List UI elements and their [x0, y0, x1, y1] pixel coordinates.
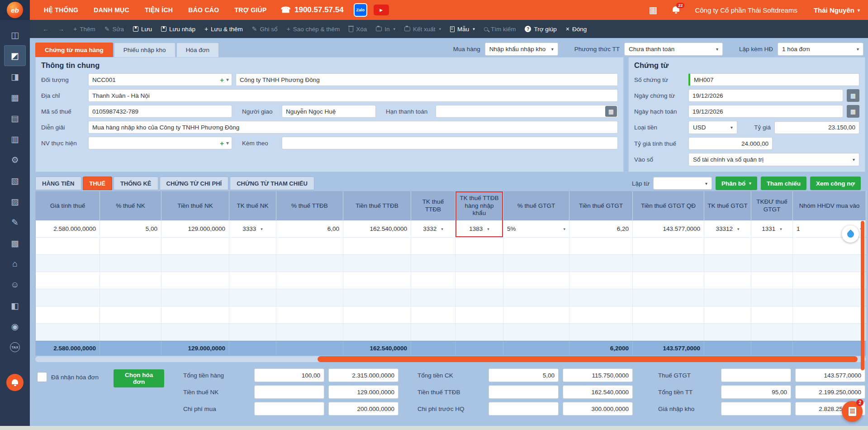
- user-menu[interactable]: Thái Nguyên ▾: [814, 6, 860, 14]
- grid-tab-5[interactable]: CHỨNG TỪ THAM CHIẾU: [230, 177, 314, 190]
- grid-cell-2[interactable]: [100, 289, 161, 306]
- grid-tab-1[interactable]: HÀNG TIỀN: [35, 177, 81, 190]
- toolbar-ket-xuat-button[interactable]: Kết xuất▾: [404, 26, 441, 33]
- grid-cell-13[interactable]: [751, 255, 793, 272]
- doc-tab-3[interactable]: Hóa đơn: [176, 43, 219, 57]
- chevron-down-icon[interactable]: ▾: [737, 227, 740, 231]
- address-input[interactable]: [88, 89, 618, 102]
- menu-item-2[interactable]: DANH MỤC: [86, 0, 137, 20]
- book-select[interactable]: Sổ tài chính và sổ quản trị ▾: [688, 153, 859, 166]
- grid-cell-10[interactable]: [569, 255, 633, 272]
- grid-cell-5[interactable]: [276, 324, 343, 340]
- attachment-input[interactable]: [282, 137, 618, 149]
- purchase-type-select[interactable]: Nhập khẩu nhập kho ▾: [485, 43, 558, 56]
- support-chat-button[interactable]: 2: [842, 401, 863, 422]
- chevron-down-icon[interactable]: ▾: [441, 227, 443, 231]
- grid-cell-11[interactable]: [633, 289, 704, 306]
- grid-cell-13[interactable]: [751, 324, 793, 340]
- toolbar-sua-button[interactable]: ✎Sửa: [104, 25, 124, 33]
- toolbar-them-button[interactable]: +Thêm: [73, 25, 95, 33]
- grid-cell-12[interactable]: 33312▾: [704, 220, 751, 237]
- grid-cell-9[interactable]: 5%▾: [503, 220, 569, 237]
- summary-input-amount[interactable]: [795, 368, 865, 382]
- grid-cell-9[interactable]: [503, 255, 569, 272]
- grid-cell-10[interactable]: [569, 324, 633, 340]
- sidebar-item-organization-icon[interactable]: ▦: [4, 87, 26, 108]
- summary-input-amount[interactable]: [563, 402, 633, 416]
- grid-cell-7[interactable]: [411, 272, 455, 289]
- sidebar-item-report-icon[interactable]: ▥: [4, 129, 26, 149]
- grid-cell-1[interactable]: [36, 289, 100, 306]
- grid-cell-13[interactable]: [751, 238, 793, 254]
- toolbar-back-button[interactable]: ←: [43, 25, 49, 33]
- menu-item-5[interactable]: TRỢ GIÚP: [227, 0, 274, 20]
- add-partner-icon[interactable]: +: [220, 76, 224, 84]
- grid-cell-12[interactable]: [704, 272, 751, 289]
- sidebar-item-document-icon[interactable]: ▤: [4, 108, 26, 129]
- grid-tab-2[interactable]: THUẾ: [83, 177, 112, 190]
- chevron-down-icon[interactable]: ▾: [261, 227, 263, 231]
- grid-cell-2[interactable]: [100, 324, 161, 340]
- invoice-received-checkbox[interactable]: [37, 372, 47, 382]
- grid-cell-10[interactable]: [569, 289, 633, 306]
- toolbar-mau-button[interactable]: Mẫu▾: [450, 26, 475, 33]
- grid-cell-7[interactable]: 3332▾: [411, 220, 455, 237]
- sidebar-item-bank-icon[interactable]: ◫: [4, 24, 26, 45]
- toolbar-luu-button[interactable]: Lưu: [133, 26, 152, 33]
- summary-input-qty[interactable]: [721, 402, 791, 416]
- grid-cell-1[interactable]: [36, 255, 100, 272]
- summary-input-amount[interactable]: [328, 385, 398, 399]
- menu-item-4[interactable]: BÁO CÁO: [180, 0, 227, 20]
- grid-cell-7[interactable]: [411, 255, 455, 272]
- grid-cell-12[interactable]: [704, 289, 751, 306]
- grid-cell-4[interactable]: [229, 306, 276, 323]
- grid-action-2-button[interactable]: Tham chiếu: [761, 177, 806, 190]
- grid-cell-3[interactable]: [161, 324, 229, 340]
- chevron-down-icon[interactable]: ▾: [226, 140, 229, 146]
- grid-action-1-button[interactable]: Phân bổ▾: [716, 177, 757, 190]
- grid-cell-6[interactable]: [343, 272, 411, 289]
- toolbar-forward-button[interactable]: →: [58, 25, 64, 33]
- grid-tab-3[interactable]: THỐNG KÊ: [114, 177, 158, 190]
- grid-tab-4[interactable]: CHỨNG TỪ CHI PHÍ: [160, 177, 229, 190]
- youtube-icon[interactable]: ►: [374, 5, 389, 15]
- grid-cell-1[interactable]: [36, 306, 100, 323]
- grid-cell-4[interactable]: [229, 324, 276, 340]
- summary-input-qty[interactable]: [721, 368, 791, 382]
- grid-cell-11[interactable]: [633, 255, 704, 272]
- grid-cell-7[interactable]: [411, 306, 455, 323]
- zalo-icon[interactable]: Zalo: [354, 3, 367, 17]
- grid-cell-11[interactable]: [633, 306, 704, 323]
- grid-cell-9[interactable]: [503, 289, 569, 306]
- grid-cell-10[interactable]: [569, 238, 633, 254]
- posting-date-input[interactable]: [688, 105, 843, 118]
- grid-cell-6[interactable]: [343, 238, 411, 254]
- toolbar-sao-chep-va-them-button[interactable]: +Sao chép & thêm: [286, 25, 340, 33]
- toolbar-xoa-button[interactable]: Xóa: [349, 26, 367, 33]
- grid-cell-10[interactable]: [569, 272, 633, 289]
- tax-exchange-rate-input[interactable]: [688, 137, 773, 150]
- doc-number-input[interactable]: [688, 73, 859, 86]
- grid-cell-2[interactable]: [100, 272, 161, 289]
- grid-cell-9[interactable]: [503, 238, 569, 254]
- grid-cell-8[interactable]: [455, 238, 503, 254]
- grid-cell-7[interactable]: [411, 324, 455, 340]
- sidebar-item-goods-icon[interactable]: ◧: [4, 295, 26, 316]
- grid-cell-4[interactable]: 3333▾: [229, 220, 276, 237]
- summary-input-amount[interactable]: [563, 368, 633, 382]
- exchange-rate-input[interactable]: [774, 121, 859, 134]
- summary-input-qty[interactable]: [254, 368, 324, 382]
- choose-invoice-button[interactable]: Chọn hóa đơn: [114, 369, 164, 387]
- grid-cell-11[interactable]: [633, 324, 704, 340]
- grid-cell-6[interactable]: [343, 324, 411, 340]
- grid-cell-8[interactable]: [455, 255, 503, 272]
- grid-cell-5[interactable]: [276, 238, 343, 254]
- grid-cell-8[interactable]: [455, 272, 503, 289]
- summary-input-qty[interactable]: [254, 385, 324, 399]
- toolbar-luu-nhap-button[interactable]: Lưu nháp: [161, 26, 195, 33]
- toolbar-in-button[interactable]: In▾: [376, 26, 395, 33]
- doc-date-input[interactable]: [688, 89, 843, 102]
- grid-cell-8[interactable]: [455, 289, 503, 306]
- grid-cell-6[interactable]: [343, 255, 411, 272]
- grid-cell-3[interactable]: [161, 272, 229, 289]
